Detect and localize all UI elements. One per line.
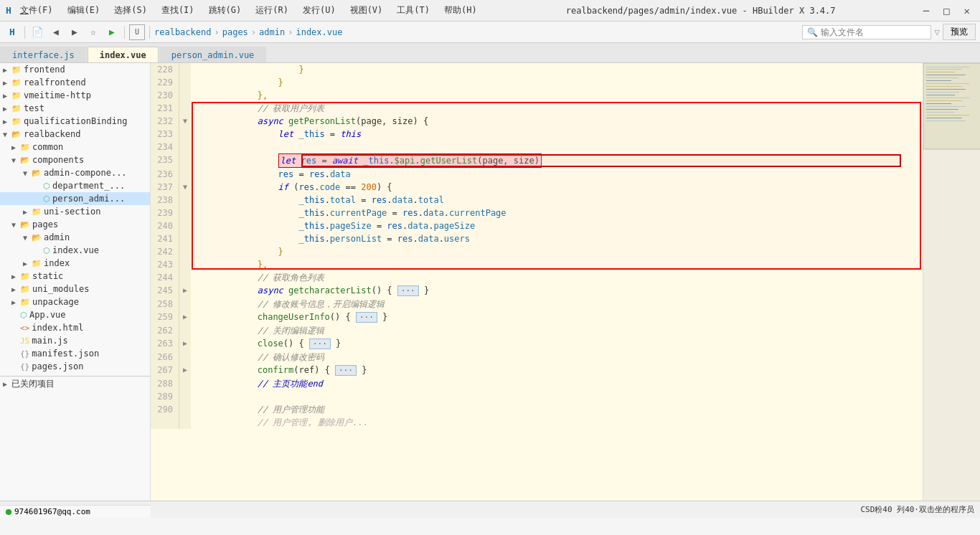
sidebar-label: static: [32, 271, 63, 281]
breadcrumb-admin[interactable]: admin: [259, 27, 285, 37]
line-content: // 修改账号信息，开启编辑逻辑: [191, 298, 923, 311]
sidebar-item-admin-comp[interactable]: ▼ 📂 admin-compone...: [0, 166, 150, 179]
sidebar-item-person-admin[interactable]: ⬡ person_admi...: [0, 192, 150, 205]
sidebar-label: admin-compone...: [44, 168, 127, 178]
toolbar-back-button[interactable]: ◀: [48, 24, 64, 40]
expand-marker: [179, 194, 191, 207]
sidebar-item-app-vue[interactable]: ⬡ App.vue: [0, 308, 150, 321]
tab-index-vue[interactable]: index.vue: [88, 47, 159, 62]
sidebar-item-index-folder[interactable]: ▶ 📁 index: [0, 257, 150, 270]
search-input[interactable]: [821, 27, 921, 37]
collapsed-code[interactable]: ···: [335, 365, 357, 376]
title-bar-controls: ─ □ ✕: [919, 4, 974, 18]
code-line-258: 258 // 修改账号信息，开启编辑逻辑: [151, 298, 923, 311]
sidebar-item-admin-folder[interactable]: ▼ 📂 admin: [0, 231, 150, 244]
title-bar-left: H 文件(F) 编辑(E) 选择(S) 查找(I) 跳转(G) 运行(R) 发行…: [6, 3, 483, 18]
line-content: changeUserInfo() { ··· }: [191, 311, 923, 324]
sidebar-item-pages-json[interactable]: {} pages.json: [0, 360, 150, 373]
toolbar-forward-button[interactable]: ▶: [67, 24, 83, 40]
line-content: async getPersonList(page, size) {: [191, 115, 923, 128]
menu-select[interactable]: 选择(S): [108, 3, 153, 18]
sidebar-item-closed-projects[interactable]: ▶ 已关闭项目: [0, 376, 150, 392]
folder-icon: 📂: [32, 233, 42, 242]
sidebar-item-realfrontend[interactable]: ▶ 📁 realfrontend: [0, 76, 150, 89]
close-button[interactable]: ✕: [960, 4, 974, 18]
menu-edit[interactable]: 编辑(E): [62, 3, 106, 18]
html-file-icon: <>: [20, 323, 29, 333]
line-number: 241: [151, 232, 179, 245]
minimap-svg: [923, 63, 980, 493]
menu-jump[interactable]: 跳转(G): [203, 3, 248, 18]
menu-file[interactable]: 文件(F): [14, 3, 59, 18]
maximize-button[interactable]: □: [939, 4, 953, 18]
breadcrumb-file[interactable]: index.vue: [296, 27, 342, 37]
sidebar-item-vmeitime[interactable]: ▶ 📁 vmeitime-http: [0, 89, 150, 102]
collapsed-code[interactable]: ···: [356, 312, 377, 323]
sidebar-item-static[interactable]: ▶ 📁 static: [0, 270, 150, 283]
line-content: confirm(ref) { ··· }: [191, 364, 923, 377]
code-line-290: 290 // 用户管理功能: [151, 403, 923, 416]
sidebar-item-uni-section[interactable]: ▶ 📁 uni-section: [0, 205, 150, 218]
breadcrumb: realbackend › pages › admin › index.vue: [154, 27, 799, 37]
sidebar-item-index-vue[interactable]: ⬡ index.vue: [0, 244, 150, 257]
sidebar-item-department[interactable]: ⬡ department_...: [0, 179, 150, 192]
breadcrumb-pages[interactable]: pages: [222, 27, 248, 37]
line-number: 244: [151, 271, 179, 284]
toolbar-new-button[interactable]: 📄: [29, 24, 45, 40]
sidebar-item-frontend[interactable]: ▶ 📁 frontend: [0, 63, 150, 76]
line-number: 238: [151, 194, 179, 207]
menu-tools[interactable]: 工具(T): [391, 3, 435, 18]
expand-marker: [179, 153, 191, 168]
sidebar-item-realbackend[interactable]: ▼ 📂 realbackend: [0, 128, 150, 141]
toolbar-separator-1: [24, 26, 25, 39]
code-line-236: 236 res = res.data: [151, 168, 923, 181]
sidebar-item-index-html[interactable]: <> index.html: [0, 321, 150, 334]
preview-button[interactable]: 预览: [943, 24, 976, 40]
sidebar-item-components[interactable]: ▼ 📂 components: [0, 153, 150, 166]
sidebar-label: index.vue: [52, 245, 99, 255]
code-line-231: 231 // 获取用户列表: [151, 102, 923, 115]
menu-help[interactable]: 帮助(H): [438, 3, 483, 18]
sidebar-label: index.html: [32, 323, 83, 333]
sidebar-item-uni-modules[interactable]: ▶ 📁 uni_modules: [0, 283, 150, 295]
minimize-button[interactable]: ─: [919, 4, 933, 18]
folder-icon: 📁: [11, 117, 22, 126]
sidebar: ▶ 📁 frontend ▶ 📁 realfrontend ▶ 📁 vmeiti…: [0, 63, 151, 501]
code-editor[interactable]: 228 } 229 } 230: [151, 63, 923, 501]
expand-marker: [179, 298, 191, 311]
sidebar-item-qualification[interactable]: ▶ 📁 qualificationBinding: [0, 115, 150, 128]
menu-view[interactable]: 视图(V): [344, 3, 389, 18]
collapsed-code[interactable]: ···: [309, 338, 331, 349]
toolbar-bookmark-button[interactable]: ☆: [85, 24, 101, 40]
folder-icon: 📁: [20, 285, 30, 294]
line-content: _this.personList = res.data.users: [191, 232, 923, 245]
json-file-icon: {}: [20, 349, 29, 359]
expand-marker: ▶: [179, 284, 191, 298]
sidebar-item-manifest[interactable]: {} manifest.json: [0, 347, 150, 360]
expand-icon: ▶: [23, 260, 32, 268]
sidebar-item-main-js[interactable]: JS main.js: [0, 334, 150, 347]
sidebar-label: realfrontend: [24, 77, 86, 87]
sidebar-item-pages[interactable]: ▼ 📂 pages: [0, 218, 150, 231]
sidebar-item-unpackage[interactable]: ▶ 📁 unpackage: [0, 295, 150, 308]
sidebar-item-common[interactable]: ▶ 📁 common: [0, 141, 150, 153]
expand-icon: ▶: [11, 285, 20, 293]
collapsed-code[interactable]: ···: [397, 285, 419, 296]
tab-person-admin-vue[interactable]: person_admin.vue: [159, 47, 267, 62]
code-line-263: 263 ▶ close() { ··· }: [151, 337, 923, 351]
menu-find[interactable]: 查找(I): [156, 3, 200, 18]
sidebar-label: person_admi...: [52, 194, 125, 204]
expand-icon: ▶: [3, 105, 11, 113]
code-line-288: 288 // 主页功能end: [151, 377, 923, 390]
menu-publish[interactable]: 发行(U): [297, 3, 341, 18]
breadcrumb-realbackend[interactable]: realbackend: [154, 27, 211, 37]
status-bar-right: CSD粉40 列40·双击坐的程序员: [860, 504, 974, 515]
line-content: // 关闭编辑逻辑: [191, 324, 923, 337]
toolbar-run-button[interactable]: ▶: [104, 24, 120, 40]
line-number: 234: [151, 141, 179, 153]
line-content: _this.pageSize = res.data.pageSize: [191, 219, 923, 232]
line-number: 243: [151, 258, 179, 271]
tab-interface-js[interactable]: interface.js: [0, 47, 87, 62]
menu-run[interactable]: 运行(R): [250, 3, 294, 18]
sidebar-item-test[interactable]: ▶ 📁 test: [0, 102, 150, 115]
